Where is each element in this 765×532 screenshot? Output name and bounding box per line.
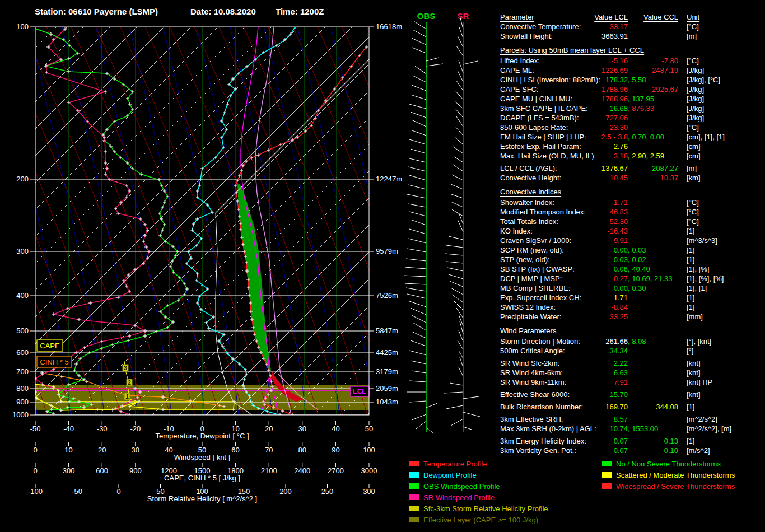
profile-legend-item: Temperature Profile [409, 458, 548, 469]
moist-adiabat-line [297, 27, 373, 415]
wind-barb [407, 249, 426, 252]
param-value-lcl: 2.22 [614, 359, 628, 367]
param-row: Showalter Index:-1.71[°C] [500, 198, 765, 207]
km-marker-label: 1 [125, 394, 129, 400]
wind-barb [458, 71, 463, 82]
severity-legend-item: No / Non Severe Thunderstorms [602, 458, 735, 469]
wind-barb [454, 301, 463, 310]
param-row: Exp. Supercell Index CH:1.71[1] [500, 293, 765, 302]
dry-adiabat-line [318, 27, 466, 415]
wind-barb [463, 396, 479, 399]
section-header: Wind Parameters [500, 326, 765, 335]
param-value-lcl: 10.45 [609, 174, 628, 182]
wind-barb [405, 267, 426, 269]
param-unit: [knt] [687, 368, 701, 377]
param-row: Modified Thompson Index:46.83[°C] [500, 207, 765, 217]
param-row: Storm Direction | Motion:261.66, 8.08[°]… [500, 337, 765, 346]
param-value-lcl: 8.57 [614, 415, 628, 423]
param-value-ccl: , 0.70, 0.00 [628, 133, 664, 141]
wind-barb [450, 383, 463, 385]
param-value-lcl: -8.84 [611, 303, 628, 311]
param-row: Precipitable Water:33.25[mm] [500, 312, 765, 321]
wind-barb [451, 288, 463, 295]
param-label: Max 3km SRH (0-2km) | AGL: [500, 424, 596, 433]
legend-swatch [409, 494, 419, 500]
param-value-lcl: 0.00 [614, 284, 628, 292]
param-value-lcl: 0.06 [614, 265, 628, 273]
km-marker-label: 3 [124, 365, 127, 371]
axis-tick-label: -30 [97, 424, 108, 433]
profile-legend-item: Effective Layer (CAPE >= 100 J/kg) [409, 514, 548, 525]
wind-barb [412, 85, 426, 91]
param-row: CAPE MU | CINH MU:1788.96, 137.95[J/kg] [500, 94, 765, 104]
param-unit: [mm] [687, 312, 703, 321]
dry-adiabat-line [465, 27, 500, 415]
param-row: Convective Temperature:33.17[°C] [500, 22, 765, 31]
dry-adiabat-line [367, 27, 500, 415]
wind-barb [407, 194, 426, 198]
wind-barb [413, 76, 426, 82]
wind-barb [454, 157, 463, 162]
wind-barb [409, 401, 426, 402]
axis-tick-label: -40 [63, 424, 74, 433]
axis-tick-label: 10 [64, 446, 72, 454]
param-unit: [J/kg] [687, 104, 704, 113]
param-unit: [J/kg] [687, 114, 704, 122]
wind-barb [455, 91, 463, 100]
param-value-ccl: , 1553.00 [628, 424, 658, 433]
param-label: Max. Hail Size (OLD, MU, IL): [500, 152, 596, 160]
param-label: Craven SigSvr / 1000: [500, 236, 571, 245]
param-value-ccl: 0.13 [664, 437, 678, 445]
param-label: 3km Energy Helicity Index: [500, 437, 586, 445]
wind-barb [409, 104, 426, 109]
dry-adiabat-line [490, 27, 500, 415]
param-value-ccl: 344.08 [656, 403, 678, 411]
wind-barb [409, 158, 426, 162]
wind-barb [459, 213, 463, 224]
param-value-ccl: , 0.03 [628, 246, 646, 254]
param-row: CAPE SFC:1788.962925.67[J/kg] [500, 85, 765, 94]
wind-barb [458, 340, 463, 349]
axis-tick-label: 900 [129, 466, 142, 475]
legend-swatch [409, 506, 419, 511]
moist-adiabat-line [62, 27, 138, 415]
param-row: Total Totals Index:52.30[°C] [500, 217, 765, 226]
param-unit: [knt] [687, 359, 701, 367]
altitude-label: 9579m [376, 247, 398, 255]
param-row: SR Wind Sfc-2km:2.22[knt] [500, 358, 765, 368]
header-parameter: Parameter [500, 13, 534, 21]
param-value-ccl: 2487.19 [652, 66, 678, 74]
wind-barb [444, 392, 463, 393]
param-label: MB Comp | SHERBE: [500, 284, 570, 292]
param-label: Snowfall Height: [500, 32, 553, 40]
wind-barb [451, 419, 463, 426]
param-label: Convective Temperature: [500, 22, 581, 31]
dry-adiabat-line [342, 27, 491, 415]
wind-barb [412, 38, 426, 45]
param-unit: [°C] [687, 57, 699, 65]
wind-barb [449, 236, 463, 240]
legend-label: OBS Windspeed Profile [423, 482, 500, 491]
param-value-lcl: 9.91 [614, 236, 628, 245]
dry-adiabat-line [391, 27, 500, 415]
param-label: SR Wind Sfc-2km: [500, 359, 559, 367]
param-row: 500m Critical Angle:34.34[°] [500, 346, 765, 356]
param-value-ccl: 0.10 [664, 446, 678, 455]
param-row: Effective Shear 6000:15.70[knt] [500, 390, 765, 399]
wind-barb [409, 175, 426, 180]
pressure-label: 300 [16, 247, 29, 255]
param-value-lcl: -1.71 [611, 198, 628, 207]
legend-swatch [409, 517, 419, 522]
param-row: Max. Hail Size (OLD, MU, IL):3.18, 2.90,… [500, 151, 765, 161]
wind-barb [411, 340, 426, 346]
wind-barb [459, 26, 463, 38]
param-row: SR Wind 4km-6km:6.63[knt] [500, 368, 765, 377]
axis-tick-label: 80 [298, 446, 306, 454]
legend-label: SR Windspeed Profile [423, 493, 495, 502]
param-value-lcl: 0.07 [614, 437, 628, 445]
axis-tick-label: 0 [116, 487, 120, 496]
param-row: Bulk Richardson Number:169.70344.08[1] [500, 402, 765, 412]
wind-barb [411, 361, 426, 364]
dry-adiabat-line [293, 27, 441, 415]
wind-barb [409, 229, 426, 234]
